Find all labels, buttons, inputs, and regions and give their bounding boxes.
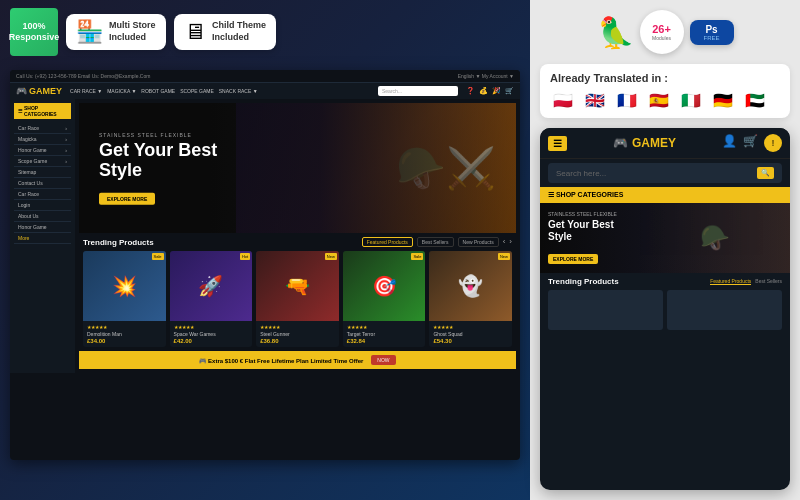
ps-free-label: FREE (703, 35, 719, 41)
product-img-icon: 💥 (112, 274, 137, 298)
store-mockup: Call Us: (+92) 123-456-789 Email Us: Dem… (10, 70, 520, 460)
mobile-categories-bar[interactable]: ☰ SHOP CATEGORIES (540, 187, 790, 203)
modules-badge: 26+ Modules (640, 10, 684, 54)
mobile-hero-image: 🪖 (640, 203, 790, 273)
mobile-wishlist-icon[interactable]: ! (764, 134, 782, 152)
flag-italy: 🇮🇹 (678, 90, 704, 110)
mobile-tab-featured[interactable]: Featured Products (710, 278, 751, 285)
product-info-2: ★★★★★ Space War Games £42.00 (170, 321, 253, 347)
menu-car-race[interactable]: CAR RACE ▼ (70, 88, 102, 94)
list-item[interactable]: Honor Game (14, 222, 71, 233)
mobile-search-button[interactable]: 🔍 (757, 167, 774, 179)
right-panel: 🦜 26+ Modules Ps FREE Already Translated… (530, 0, 800, 500)
list-item[interactable]: Contact Us (14, 178, 71, 189)
list-item[interactable]: Car Race› (14, 123, 71, 134)
modules-number: 26+ (652, 24, 671, 35)
hero-title: Get Your BestStyle (99, 141, 217, 181)
flag-uae: 🇦🇪 (742, 90, 768, 110)
list-item[interactable]: Scope Game› (14, 156, 71, 167)
mobile-menu-button[interactable]: ☰ (548, 136, 567, 151)
money-back-icon: 💰 (479, 87, 488, 95)
mobile-tab-best-sellers[interactable]: Best Sellers (755, 278, 782, 285)
mobile-hero-banner: 🪖 STAINLESS STEEL FLEXIBLE Get Your Best… (540, 203, 790, 273)
list-item[interactable]: Car Race (14, 189, 71, 200)
product-stars-5: ★★★★★ (433, 324, 508, 330)
modules-label: Modules (652, 35, 671, 41)
product-stars-2: ★★★★★ (174, 324, 249, 330)
table-row: 💥 Sale ★★★★★ Demolition Man £34.00 (83, 251, 166, 347)
now-button[interactable]: NOW (371, 355, 395, 365)
list-item[interactable]: Login (14, 200, 71, 211)
product-badge-3: New (325, 253, 337, 260)
mobile-explore-button[interactable]: EXPLORE MORE (548, 254, 598, 264)
store-nav: 🎮 GAMEY CAR RACE ▼ MAGICKA ▼ ROBOT GAME … (10, 83, 520, 99)
mobile-trending-section: Trending Products Featured Products Best… (540, 273, 790, 490)
product-price-2: £42.00 (174, 338, 249, 344)
mobile-logo: 🎮 GAMEY (613, 136, 676, 150)
flag-poland: 🇵🇱 (550, 90, 576, 110)
tab-best-sellers[interactable]: Best Sellers (417, 237, 454, 247)
photoshop-badge: Ps FREE (690, 20, 734, 45)
product-image-1: 💥 Sale (83, 251, 166, 321)
list-item[interactable]: About Us (14, 211, 71, 222)
product-badge-5: New (498, 253, 510, 260)
table-row: 🔫 New ★★★★★ Steel Gunner £36.80 (256, 251, 339, 347)
product-price-1: £34.00 (87, 338, 162, 344)
product-img-icon: 👻 (458, 274, 483, 298)
mobile-search-text: Search here... (556, 169, 606, 178)
menu-snack-race[interactable]: SNACK RACE ▼ (219, 88, 258, 94)
store-logo: 🎮 GAMEY (16, 86, 62, 96)
trending-tabs: Featured Products Best Sellers New Produ… (362, 237, 512, 247)
mobile-search-bar: Search here... 🔍 (548, 163, 782, 183)
mobile-categories-text: ☰ SHOP CATEGORIES (548, 191, 623, 199)
mobile-user-icon[interactable]: 👤 (722, 134, 737, 152)
list-item[interactable]: Sitemap (14, 167, 71, 178)
store-nav-icons: ❓ 💰 🎉 🛒 (466, 87, 514, 95)
mobile-gamepad-icon: 🎮 (613, 136, 628, 150)
store-body: ☰ SHOP CATEGORIES Car Race› Magicka› Hon… (10, 99, 520, 373)
mobile-cart-icon[interactable]: 🛒 (743, 134, 758, 152)
product-image-3: 🔫 New (256, 251, 339, 321)
table-row: 🎯 Sale ★★★★★ Target Terror £32.84 (343, 251, 426, 347)
prev-arrow[interactable]: ‹ (503, 237, 506, 247)
product-price-3: £36.80 (260, 338, 335, 344)
store-search-bar[interactable]: Search... (378, 86, 458, 96)
product-stars-4: ★★★★★ (347, 324, 422, 330)
next-arrow[interactable]: › (509, 237, 512, 247)
tab-featured[interactable]: Featured Products (362, 237, 413, 247)
store-icon: 🏪 (76, 19, 103, 45)
product-name-3: Steel Gunner (260, 331, 335, 337)
menu-scope-game[interactable]: SCOPE GAME (180, 88, 214, 94)
mobile-product-2 (667, 290, 782, 330)
cart-icon[interactable]: 🛒 (505, 87, 514, 95)
product-info-1: ★★★★★ Demolition Man £34.00 (83, 321, 166, 347)
hero-subtitle: STAINLESS STEEL FLEXIBLE (99, 132, 217, 138)
flag-germany: 🇩🇪 (710, 90, 736, 110)
menu-magicka[interactable]: MAGICKA ▼ (107, 88, 136, 94)
product-price-4: £32.84 (347, 338, 422, 344)
product-image-5: 👻 New (429, 251, 512, 321)
mobile-preview: ☰ 🎮 GAMEY 👤 🛒 ! Search here... 🔍 ☰ SHOP … (540, 128, 790, 490)
product-badge-2: Hot (240, 253, 250, 260)
product-price-5: £54.30 (433, 338, 508, 344)
flag-france: 🇫🇷 (614, 90, 640, 110)
flag-spain: 🇪🇸 (646, 90, 672, 110)
list-item[interactable]: More (14, 233, 71, 244)
menu-robot-game[interactable]: ROBOT GAME (141, 88, 175, 94)
trending-title: Trending Products (83, 238, 154, 247)
product-name-1: Demolition Man (87, 331, 162, 337)
sidebar-header: ☰ SHOP CATEGORIES (14, 103, 71, 119)
responsive-badge: 100% Responsive (10, 8, 58, 56)
list-item[interactable]: Magicka› (14, 134, 71, 145)
store-topbar: Call Us: (+92) 123-456-789 Email Us: Dem… (10, 70, 520, 83)
flag-uk: 🇬🇧 (582, 90, 608, 110)
store-topbar-left: Call Us: (+92) 123-456-789 Email Us: Dem… (16, 73, 150, 79)
explore-more-button[interactable]: EXPLORE MORE (99, 192, 155, 204)
list-item[interactable]: Honor Game› (14, 145, 71, 156)
tab-new-products[interactable]: New Products (458, 237, 499, 247)
product-img-icon: 🔫 (285, 274, 310, 298)
product-stars-1: ★★★★★ (87, 324, 162, 330)
multistore-text: Multi Store Included (109, 20, 156, 43)
fun-icon: 🎉 (492, 87, 501, 95)
mobile-trending-header: Trending Products Featured Products Best… (548, 277, 782, 286)
